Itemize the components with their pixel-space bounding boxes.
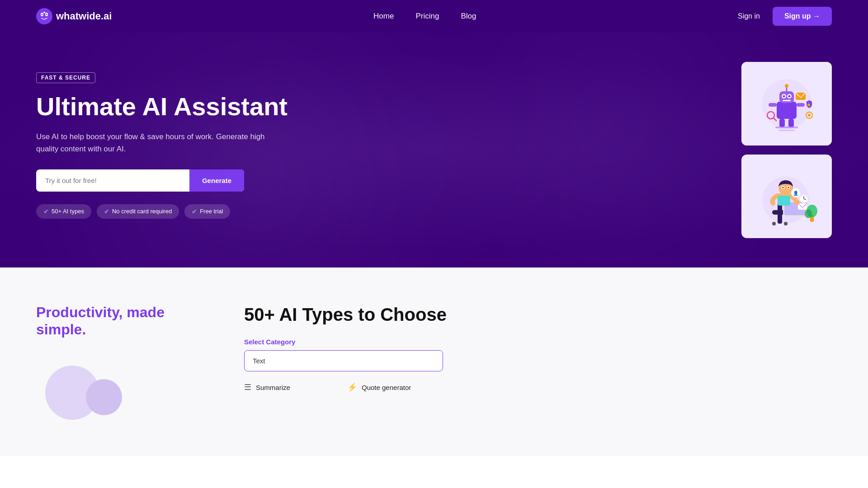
- svg-rect-5: [43, 12, 45, 13]
- svg-rect-41: [778, 196, 790, 206]
- hero-section: FAST & SECURE Ultimate AI Assistant Use …: [0, 33, 868, 267]
- svg-point-0: [36, 8, 52, 24]
- signin-button[interactable]: Sign in: [738, 12, 760, 20]
- svg-point-3: [42, 14, 43, 15]
- navbar: whatwide.ai Home Pricing Blog Sign in Si…: [0, 0, 868, 33]
- svg-point-39: [783, 187, 784, 188]
- hero-card-2: 👤: [741, 155, 832, 238]
- person-desk-illustration: 👤: [741, 155, 832, 238]
- left-column: Productivity, made simple.: [36, 304, 208, 429]
- nav-blog[interactable]: Blog: [461, 12, 476, 21]
- ai-option-quote[interactable]: ⚡ Quote generator: [347, 382, 443, 392]
- badge-ai-types: ✔ 50+ AI types: [36, 204, 91, 219]
- list-icon: ☰: [244, 382, 251, 392]
- check-icon-3: ✔: [192, 208, 197, 215]
- svg-rect-16: [779, 119, 785, 127]
- check-icon-1: ✔: [43, 208, 49, 215]
- badge-no-credit: ✔ No credit card required: [97, 204, 179, 219]
- hero-badge: FAST & SECURE: [36, 72, 95, 83]
- nav-links: Home Pricing Blog: [373, 12, 476, 21]
- hero-content: FAST & SECURE Ultimate AI Assistant Use …: [36, 72, 335, 219]
- svg-point-31: [772, 222, 776, 225]
- check-icon-2: ✔: [104, 208, 109, 215]
- hero-card-1: 🔒: [741, 62, 832, 145]
- search-input[interactable]: [36, 169, 189, 192]
- svg-rect-8: [779, 91, 794, 103]
- search-bar: Generate: [36, 169, 244, 192]
- svg-rect-26: [775, 127, 798, 128]
- ai-option-summarize[interactable]: ☰ Summarize: [244, 382, 340, 392]
- badges-row: ✔ 50+ AI types ✔ No credit card required…: [36, 204, 335, 219]
- productivity-illustration: [36, 357, 163, 429]
- svg-text:👤: 👤: [793, 190, 799, 196]
- ai-types-title: 50+ AI Types to Choose: [244, 304, 832, 325]
- select-category-label: Select Category: [244, 338, 832, 346]
- circle-small: [86, 379, 122, 415]
- nav-home[interactable]: Home: [373, 12, 394, 21]
- hero-cards: 🔒: [741, 62, 832, 238]
- svg-rect-27: [778, 130, 795, 131]
- nav-right: Sign in Sign up →: [738, 7, 832, 26]
- productivity-title: Productivity, made simple.: [36, 304, 208, 338]
- svg-rect-13: [783, 100, 791, 101]
- signup-button[interactable]: Sign up →: [773, 7, 832, 26]
- badge-free-trial: ✔ Free trial: [184, 204, 230, 219]
- svg-rect-17: [788, 119, 794, 127]
- svg-rect-14: [769, 103, 777, 107]
- svg-point-4: [46, 14, 47, 15]
- hero-description: Use AI to help boost your flow & save ho…: [36, 131, 271, 155]
- svg-point-25: [808, 114, 811, 117]
- svg-text:🔒: 🔒: [807, 102, 811, 107]
- ai-robot-illustration: 🔒: [741, 62, 832, 145]
- svg-point-12: [788, 95, 791, 97]
- ai-options: ☰ Summarize ⚡ Quote generator: [244, 382, 443, 392]
- generate-button[interactable]: Generate: [189, 169, 244, 192]
- lower-section: Productivity, made simple. 50+ AI Types …: [0, 267, 868, 456]
- right-column: 50+ AI Types to Choose Select Category T…: [244, 304, 832, 392]
- svg-point-11: [783, 95, 785, 97]
- lightning-icon: ⚡: [347, 382, 357, 392]
- hero-title: Ultimate AI Assistant: [36, 92, 335, 121]
- logo[interactable]: whatwide.ai: [36, 8, 112, 24]
- category-select[interactable]: Text: [244, 350, 443, 371]
- nav-pricing[interactable]: Pricing: [415, 12, 439, 21]
- svg-point-40: [788, 187, 789, 188]
- svg-point-19: [785, 84, 788, 88]
- svg-rect-7: [777, 102, 797, 119]
- svg-rect-15: [797, 103, 805, 107]
- svg-point-32: [784, 222, 788, 225]
- svg-point-44: [805, 209, 812, 218]
